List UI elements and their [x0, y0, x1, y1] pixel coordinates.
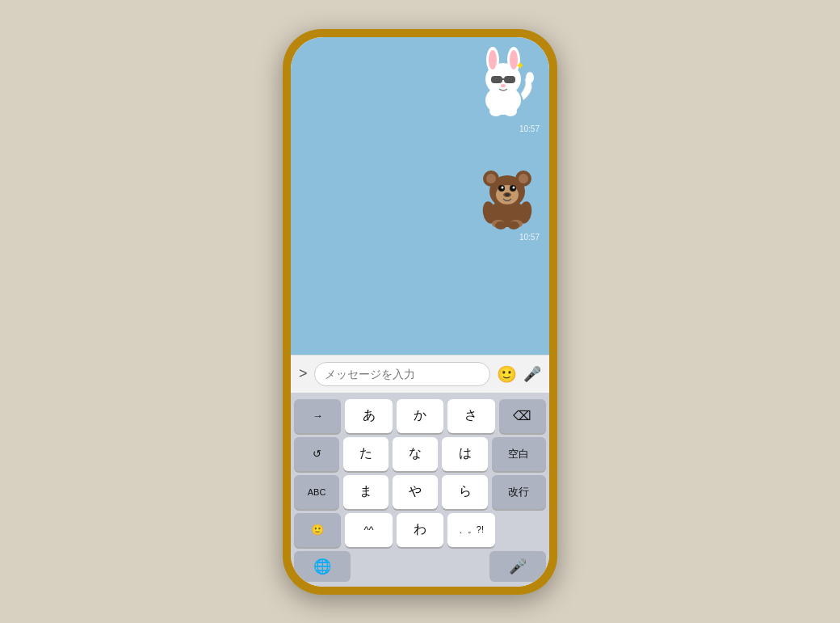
key-wa[interactable]: わ [397, 513, 443, 547]
key-ra[interactable]: ら [442, 475, 487, 509]
svg-point-26 [505, 193, 510, 196]
key-na[interactable]: な [393, 437, 438, 471]
keyboard: → あ か さ ⌫ ↺ た な は 空白 ABC ま [291, 393, 549, 587]
screen: ✦ 10:57 [291, 37, 549, 587]
emoji-button[interactable]: 🙂 [497, 364, 517, 384]
keyboard-row-4: 🙂 ^^ わ 、。?! [294, 513, 546, 547]
svg-point-19 [519, 174, 528, 183]
key-delete[interactable]: ⌫ [499, 399, 546, 433]
mic-keyboard-button[interactable]: 🎤 [489, 551, 546, 582]
key-ha[interactable]: は [442, 437, 487, 471]
timestamp-2: 10:57 [300, 233, 540, 242]
svg-point-31 [495, 221, 506, 229]
key-enter[interactable]: 改行 [492, 475, 546, 509]
key-punct[interactable]: 、。?! [447, 513, 494, 547]
svg-rect-7 [504, 76, 515, 83]
keyboard-row-3: ABC ま や ら 改行 [294, 475, 546, 509]
svg-point-32 [508, 221, 519, 229]
key-ta[interactable]: た [343, 437, 388, 471]
svg-point-23 [502, 186, 504, 188]
svg-point-9 [501, 84, 506, 87]
svg-point-10 [526, 72, 534, 83]
key-ma[interactable]: ま [343, 475, 388, 509]
svg-point-4 [489, 50, 497, 69]
chat-area: ✦ 10:57 [291, 37, 549, 355]
key-a[interactable]: あ [345, 399, 392, 433]
key-ka[interactable]: か [397, 399, 443, 433]
phone-device: ✦ 10:57 [283, 29, 557, 595]
key-kuten[interactable]: ^^ [345, 513, 392, 547]
svg-rect-6 [491, 76, 502, 83]
delete-icon: ⌫ [513, 408, 531, 423]
timestamp-1: 10:57 [300, 124, 540, 133]
keyboard-row-1: → あ か さ ⌫ [294, 399, 546, 433]
svg-point-24 [513, 186, 515, 188]
key-arrow[interactable]: → [294, 399, 341, 433]
key-emoji[interactable]: 🙂 [294, 513, 341, 547]
keyboard-bottom-row: 🌐 🎤 [294, 551, 546, 582]
space-bar [355, 551, 485, 582]
mic-button[interactable]: 🎤 [523, 365, 541, 383]
chevron-button[interactable]: > [299, 365, 308, 382]
keyboard-row-2: ↺ た な は 空白 [294, 437, 546, 471]
svg-text:✦: ✦ [515, 59, 525, 72]
globe-button[interactable]: 🌐 [294, 551, 351, 582]
key-undo[interactable]: ↺ [294, 437, 339, 471]
svg-point-12 [504, 107, 517, 116]
key-sa[interactable]: さ [447, 399, 494, 433]
key-ya[interactable]: や [393, 475, 438, 509]
phone-screen: ✦ 10:57 [291, 37, 549, 587]
sticker-cony: ✦ [467, 45, 540, 121]
key-abc[interactable]: ABC [294, 475, 339, 509]
input-bar: > 🙂 🎤 [291, 355, 549, 393]
sticker-brown [475, 161, 540, 233]
svg-point-11 [489, 107, 502, 116]
svg-point-18 [486, 174, 496, 183]
message-input[interactable] [314, 362, 490, 386]
key-space[interactable]: 空白 [492, 437, 546, 471]
